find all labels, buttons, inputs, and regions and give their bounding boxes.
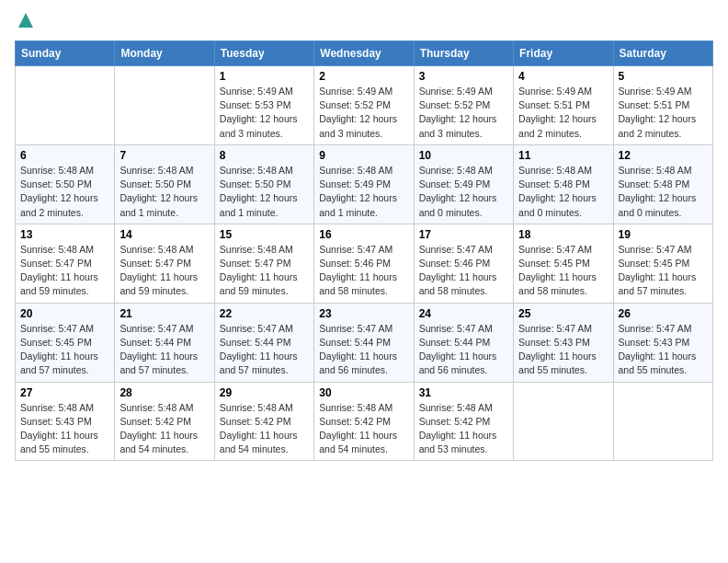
- calendar-cell: [16, 66, 115, 145]
- weekday-header: Friday: [514, 41, 613, 66]
- weekday-header: Monday: [115, 41, 214, 66]
- calendar-cell: 24Sunrise: 5:47 AM Sunset: 5:44 PM Dayli…: [414, 303, 513, 382]
- day-number: 18: [518, 228, 608, 241]
- calendar-cell: 17Sunrise: 5:47 AM Sunset: 5:46 PM Dayli…: [414, 224, 513, 303]
- calendar-cell: [115, 66, 214, 145]
- day-info: Sunrise: 5:49 AM Sunset: 5:52 PM Dayligh…: [419, 85, 508, 141]
- calendar-cell: 23Sunrise: 5:47 AM Sunset: 5:44 PM Dayli…: [314, 303, 414, 382]
- calendar-cell: 27Sunrise: 5:48 AM Sunset: 5:43 PM Dayli…: [16, 382, 115, 461]
- logo: [15, 15, 35, 29]
- calendar-cell: 15Sunrise: 5:48 AM Sunset: 5:47 PM Dayli…: [214, 224, 313, 303]
- day-number: 30: [319, 386, 408, 399]
- calendar-week-row: 13Sunrise: 5:48 AM Sunset: 5:47 PM Dayli…: [16, 224, 713, 303]
- svg-marker-0: [18, 13, 33, 28]
- day-info: Sunrise: 5:47 AM Sunset: 5:45 PM Dayligh…: [20, 322, 109, 378]
- day-info: Sunrise: 5:48 AM Sunset: 5:42 PM Dayligh…: [419, 401, 508, 457]
- day-number: 25: [518, 307, 608, 320]
- day-number: 14: [119, 228, 209, 241]
- day-info: Sunrise: 5:48 AM Sunset: 5:50 PM Dayligh…: [220, 164, 309, 220]
- calendar-week-row: 20Sunrise: 5:47 AM Sunset: 5:45 PM Dayli…: [16, 303, 713, 382]
- day-info: Sunrise: 5:48 AM Sunset: 5:50 PM Dayligh…: [20, 164, 109, 220]
- day-info: Sunrise: 5:47 AM Sunset: 5:45 PM Dayligh…: [518, 243, 608, 299]
- weekday-header: Wednesday: [314, 41, 414, 66]
- day-number: 6: [20, 149, 109, 162]
- day-number: 2: [319, 70, 408, 83]
- day-info: Sunrise: 5:47 AM Sunset: 5:45 PM Dayligh…: [619, 243, 708, 299]
- calendar-cell: 20Sunrise: 5:47 AM Sunset: 5:45 PM Dayli…: [16, 303, 115, 382]
- calendar-header-row: SundayMondayTuesdayWednesdayThursdayFrid…: [16, 41, 713, 66]
- day-number: 27: [20, 386, 109, 399]
- day-number: 15: [220, 228, 309, 241]
- calendar-cell: 4Sunrise: 5:49 AM Sunset: 5:51 PM Daylig…: [514, 66, 613, 145]
- day-number: 7: [119, 149, 209, 162]
- calendar-cell: 10Sunrise: 5:48 AM Sunset: 5:49 PM Dayli…: [414, 144, 513, 224]
- day-info: Sunrise: 5:47 AM Sunset: 5:44 PM Dayligh…: [419, 322, 508, 378]
- day-info: Sunrise: 5:48 AM Sunset: 5:47 PM Dayligh…: [119, 243, 209, 299]
- calendar-week-row: 27Sunrise: 5:48 AM Sunset: 5:43 PM Dayli…: [16, 382, 713, 461]
- day-number: 8: [220, 149, 309, 162]
- day-number: 24: [419, 307, 508, 320]
- day-info: Sunrise: 5:48 AM Sunset: 5:47 PM Dayligh…: [20, 243, 109, 299]
- calendar-cell: [514, 382, 613, 461]
- day-number: 1: [220, 70, 309, 83]
- calendar-cell: 18Sunrise: 5:47 AM Sunset: 5:45 PM Dayli…: [514, 224, 613, 303]
- calendar-cell: 26Sunrise: 5:47 AM Sunset: 5:43 PM Dayli…: [613, 303, 712, 382]
- day-number: 4: [518, 70, 608, 83]
- day-number: 26: [619, 307, 708, 320]
- day-info: Sunrise: 5:47 AM Sunset: 5:44 PM Dayligh…: [220, 322, 309, 378]
- day-info: Sunrise: 5:47 AM Sunset: 5:44 PM Dayligh…: [119, 322, 209, 378]
- day-info: Sunrise: 5:49 AM Sunset: 5:51 PM Dayligh…: [619, 85, 708, 141]
- calendar-cell: 30Sunrise: 5:48 AM Sunset: 5:42 PM Dayli…: [314, 382, 414, 461]
- day-number: 12: [619, 149, 708, 162]
- weekday-header: Saturday: [613, 41, 712, 66]
- day-number: 16: [319, 228, 408, 241]
- calendar-cell: 12Sunrise: 5:48 AM Sunset: 5:48 PM Dayli…: [613, 144, 712, 224]
- calendar-cell: 11Sunrise: 5:48 AM Sunset: 5:48 PM Dayli…: [514, 144, 613, 224]
- day-info: Sunrise: 5:48 AM Sunset: 5:48 PM Dayligh…: [619, 164, 708, 220]
- day-info: Sunrise: 5:47 AM Sunset: 5:44 PM Dayligh…: [319, 322, 408, 378]
- day-number: 3: [419, 70, 508, 83]
- day-info: Sunrise: 5:47 AM Sunset: 5:43 PM Dayligh…: [619, 322, 708, 378]
- weekday-header: Thursday: [414, 41, 513, 66]
- day-number: 20: [20, 307, 109, 320]
- calendar-cell: 22Sunrise: 5:47 AM Sunset: 5:44 PM Dayli…: [214, 303, 313, 382]
- day-info: Sunrise: 5:48 AM Sunset: 5:42 PM Dayligh…: [220, 401, 309, 457]
- day-info: Sunrise: 5:49 AM Sunset: 5:53 PM Dayligh…: [220, 85, 309, 141]
- day-info: Sunrise: 5:48 AM Sunset: 5:42 PM Dayligh…: [119, 401, 209, 457]
- page-header: [15, 15, 713, 29]
- day-info: Sunrise: 5:48 AM Sunset: 5:49 PM Dayligh…: [319, 164, 408, 220]
- day-info: Sunrise: 5:48 AM Sunset: 5:49 PM Dayligh…: [419, 164, 508, 220]
- logo-icon: [17, 11, 35, 29]
- calendar-cell: 13Sunrise: 5:48 AM Sunset: 5:47 PM Dayli…: [16, 224, 115, 303]
- day-number: 10: [419, 149, 508, 162]
- calendar-week-row: 1Sunrise: 5:49 AM Sunset: 5:53 PM Daylig…: [16, 66, 713, 145]
- day-info: Sunrise: 5:47 AM Sunset: 5:46 PM Dayligh…: [419, 243, 508, 299]
- day-number: 22: [220, 307, 309, 320]
- calendar-cell: 2Sunrise: 5:49 AM Sunset: 5:52 PM Daylig…: [314, 66, 414, 145]
- calendar-cell: 8Sunrise: 5:48 AM Sunset: 5:50 PM Daylig…: [214, 144, 313, 224]
- day-number: 28: [119, 386, 209, 399]
- day-number: 17: [419, 228, 508, 241]
- day-info: Sunrise: 5:48 AM Sunset: 5:43 PM Dayligh…: [20, 401, 109, 457]
- day-number: 19: [619, 228, 708, 241]
- day-number: 31: [419, 386, 508, 399]
- weekday-header: Tuesday: [214, 41, 313, 66]
- day-info: Sunrise: 5:48 AM Sunset: 5:42 PM Dayligh…: [319, 401, 408, 457]
- calendar-cell: 28Sunrise: 5:48 AM Sunset: 5:42 PM Dayli…: [115, 382, 214, 461]
- calendar-cell: 5Sunrise: 5:49 AM Sunset: 5:51 PM Daylig…: [613, 66, 712, 145]
- calendar-cell: 9Sunrise: 5:48 AM Sunset: 5:49 PM Daylig…: [314, 144, 414, 224]
- day-info: Sunrise: 5:48 AM Sunset: 5:48 PM Dayligh…: [518, 164, 608, 220]
- calendar-cell: 31Sunrise: 5:48 AM Sunset: 5:42 PM Dayli…: [414, 382, 513, 461]
- calendar-cell: [613, 382, 712, 461]
- day-number: 23: [319, 307, 408, 320]
- calendar-cell: 21Sunrise: 5:47 AM Sunset: 5:44 PM Dayli…: [115, 303, 214, 382]
- calendar-cell: 25Sunrise: 5:47 AM Sunset: 5:43 PM Dayli…: [514, 303, 613, 382]
- day-number: 9: [319, 149, 408, 162]
- weekday-header: Sunday: [16, 41, 115, 66]
- calendar-cell: 16Sunrise: 5:47 AM Sunset: 5:46 PM Dayli…: [314, 224, 414, 303]
- day-info: Sunrise: 5:47 AM Sunset: 5:43 PM Dayligh…: [518, 322, 608, 378]
- calendar-week-row: 6Sunrise: 5:48 AM Sunset: 5:50 PM Daylig…: [16, 144, 713, 224]
- day-number: 21: [119, 307, 209, 320]
- day-info: Sunrise: 5:49 AM Sunset: 5:52 PM Dayligh…: [319, 85, 408, 141]
- calendar-cell: 29Sunrise: 5:48 AM Sunset: 5:42 PM Dayli…: [214, 382, 313, 461]
